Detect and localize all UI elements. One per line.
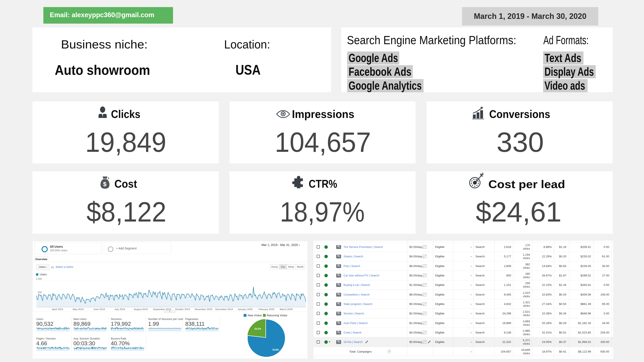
svg-text:23.2%: 23.2% (254, 328, 261, 330)
svg-text:$: $ (103, 181, 106, 187)
svg-text:76.8%: 76.8% (272, 349, 279, 351)
